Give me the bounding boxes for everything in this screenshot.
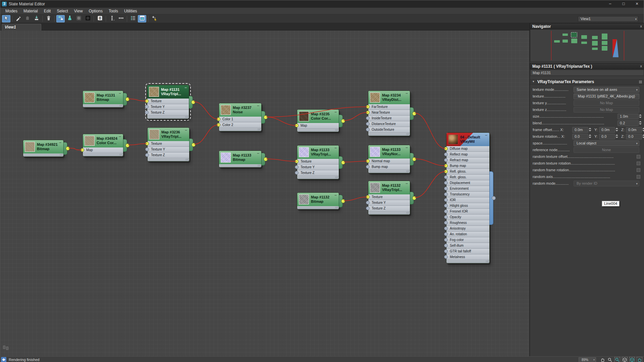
pan-to-selected-icon[interactable] <box>637 357 642 362</box>
menu-utilities[interactable]: Utilities <box>121 8 140 14</box>
parameters-rollout-header[interactable]: ▾ VRayTriplanarTex Parameters <box>530 78 644 85</box>
param-value-field[interactable]: 0.0m <box>599 127 615 133</box>
param-checkbox[interactable] <box>637 175 640 179</box>
input-socket-icon[interactable] <box>444 170 448 173</box>
node-slot-texture-y[interactable]: Texture Y <box>147 104 189 110</box>
node-minimize-icon[interactable]: – <box>406 145 408 150</box>
node-thumbnail[interactable] <box>299 111 309 121</box>
node-slot-refr-gloss-[interactable]: Refr. gloss. <box>446 175 489 180</box>
input-socket-icon[interactable] <box>366 105 370 109</box>
node-slot-an-rotation[interactable]: An. rotation <box>446 232 489 237</box>
node-slot-fresnel-ior[interactable]: Fresnel IOR <box>446 209 489 215</box>
material-id-channel-button[interactable] <box>129 15 137 22</box>
spinner-arrows-icon[interactable] <box>615 127 619 132</box>
param-value-field[interactable]: 0.0 <box>572 134 588 139</box>
param-value-field[interactable]: 0.0m <box>572 127 588 133</box>
output-socket-icon[interactable] <box>191 100 195 104</box>
connection-wire[interactable] <box>344 197 368 201</box>
node-thumbnail[interactable] <box>370 183 380 193</box>
node-thumbnail[interactable] <box>448 134 458 144</box>
param-checkbox[interactable] <box>637 168 640 172</box>
spinner-arrows-icon[interactable] <box>615 133 619 139</box>
node-resize-footer[interactable] <box>83 153 123 156</box>
node-header[interactable]: Map #1133Bitmap– <box>219 151 261 164</box>
node-slot-fartexture[interactable]: FarTexture <box>368 104 410 110</box>
node-slot-displacement[interactable]: Displacement <box>446 180 489 186</box>
node-slot-texture-y[interactable]: Texture Y <box>148 147 189 153</box>
output-socket-icon[interactable] <box>492 196 496 200</box>
node-minimize-icon[interactable]: – <box>406 91 408 96</box>
spinner-arrows-icon[interactable] <box>588 133 592 139</box>
material-name-field[interactable]: Map #1131 <box>530 70 644 76</box>
node-minimize-icon[interactable]: – <box>119 134 121 139</box>
node-resize-footer[interactable] <box>219 164 261 167</box>
menu-select[interactable]: Select <box>54 8 71 14</box>
node-thumbnail[interactable] <box>85 93 95 103</box>
input-socket-icon[interactable] <box>444 147 448 150</box>
node-header[interactable]: Map #1133VRayTripl...– <box>297 145 339 159</box>
node-b1133[interactable]: Map #1133Bitmap– <box>219 150 262 168</box>
spinner-arrows-icon[interactable] <box>588 127 592 132</box>
node-resize-footer[interactable] <box>219 128 261 131</box>
menu-modes[interactable]: Modes <box>2 8 20 14</box>
node-slot-bump-map[interactable]: Bump map <box>368 164 410 170</box>
node-thumbnail[interactable] <box>221 153 231 163</box>
node-c3235[interactable]: Map #3235Color Cor...–Map <box>297 109 339 132</box>
node-slot-outsidetexture[interactable]: OutsideTexture <box>368 127 410 133</box>
node-t1133[interactable]: Map #1133VRayTripl...–TextureTexture YTe… <box>297 145 339 179</box>
input-socket-icon[interactable] <box>145 99 149 103</box>
node-thumbnail[interactable] <box>149 87 159 97</box>
navigator-minimap[interactable] <box>530 29 644 62</box>
menu-options[interactable]: Options <box>86 8 106 14</box>
input-socket-icon[interactable] <box>444 164 448 168</box>
param-value-field[interactable]: 0.2 <box>618 120 639 126</box>
node-thumbnail[interactable] <box>299 147 309 157</box>
zoom-level-dropdown[interactable]: 89% ▾ <box>579 357 596 362</box>
input-socket-icon[interactable] <box>444 187 448 190</box>
zoom-tool-icon[interactable] <box>607 357 613 362</box>
output-socket-icon[interactable] <box>341 161 345 165</box>
node-slot-metalness[interactable]: Metalness <box>446 254 489 260</box>
node-slot-reflect-map[interactable]: Reflect map <box>446 152 489 158</box>
input-socket-icon[interactable] <box>444 204 448 207</box>
node-slot-texture-z[interactable]: Texture Z <box>368 206 410 212</box>
node-slot-hilight-gloss[interactable]: Hilight gloss <box>446 203 489 209</box>
zoom-region-icon[interactable] <box>614 357 620 362</box>
node-resize-footer[interactable] <box>297 176 339 179</box>
node-thumbnail[interactable] <box>370 93 380 103</box>
input-socket-icon[interactable] <box>80 148 84 152</box>
connection-wire[interactable] <box>194 102 218 119</box>
input-socket-icon[interactable] <box>444 221 448 225</box>
input-socket-icon[interactable] <box>444 232 448 236</box>
connection-wire[interactable] <box>344 113 368 121</box>
input-socket-icon[interactable] <box>444 175 448 179</box>
pan-hand-icon[interactable] <box>600 357 605 362</box>
inspector-close-icon[interactable]: x <box>640 64 642 68</box>
input-socket-icon[interactable] <box>444 198 448 202</box>
node-minimize-icon[interactable]: – <box>334 110 337 114</box>
output-socket-icon[interactable] <box>412 157 416 161</box>
input-socket-icon[interactable] <box>217 123 220 127</box>
node-slot-bump-map[interactable]: Bump map <box>446 163 489 169</box>
output-socket-icon[interactable] <box>412 112 416 116</box>
connection-wire[interactable] <box>266 159 297 162</box>
node-slot-color-2[interactable]: Color 2 <box>219 122 261 128</box>
node-minimize-icon[interactable]: – <box>257 151 259 156</box>
node-d3234[interactable]: Map #3234VRayDist...–FarTextureNearTextu… <box>368 90 410 136</box>
node-mtl[interactable]: 04 - DefaultVRayMtl–Diffuse mapReflect m… <box>446 132 490 263</box>
node-header[interactable]: Map #3235Color Cor...– <box>297 110 339 123</box>
delete-selected-button[interactable] <box>44 15 53 22</box>
node-b34921[interactable]: Map #34921Bitmap– <box>23 140 64 157</box>
input-socket-icon[interactable] <box>444 192 448 196</box>
node-header[interactable]: 04 - DefaultVRayMtl– <box>446 133 489 146</box>
inspector-title-bar[interactable]: Map #1131 ( VRayTriplanarTex ) x <box>530 63 644 69</box>
node-thumbnail[interactable] <box>85 136 95 146</box>
param-dropdown[interactable]: By render ID▾ <box>574 181 639 186</box>
node-slot-roughness[interactable]: Roughness <box>446 220 489 226</box>
node-resize-footer[interactable] <box>368 133 410 136</box>
view-selector-dropdown[interactable]: View1 ▾ <box>578 16 638 22</box>
render-map-button[interactable] <box>150 15 158 22</box>
spinner-arrows-icon[interactable] <box>642 127 644 132</box>
node-header[interactable]: Map #3236VRayTripl...– <box>148 128 189 141</box>
param-map-button[interactable]: No Map <box>574 100 639 106</box>
